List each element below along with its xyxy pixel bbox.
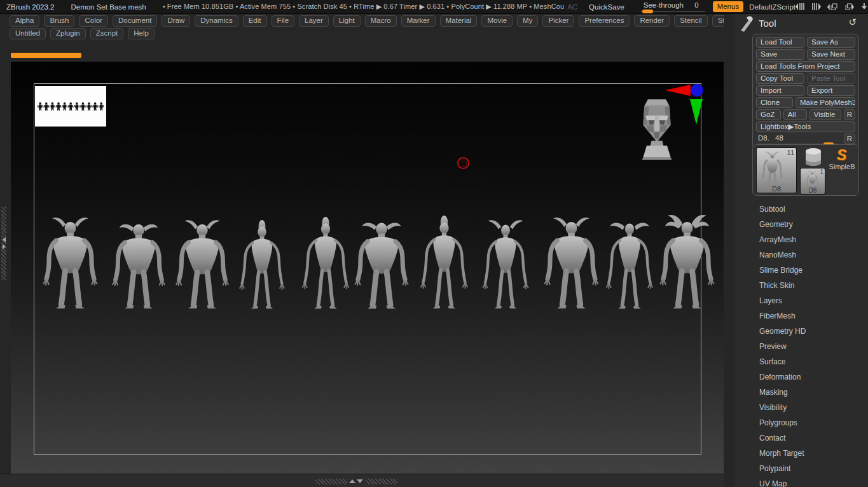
menus-button[interactable]: Menus (713, 1, 744, 12)
palette-section-nanomesh[interactable]: NanoMesh (734, 247, 868, 263)
palette-section-contact[interactable]: Contact (734, 430, 868, 446)
splitter-arrow-right-icon (3, 244, 6, 249)
lightbox-tools-button[interactable]: Lightbox▶Tools (756, 121, 855, 132)
menu-item-layer[interactable]: Layer (299, 15, 329, 27)
document-canvas[interactable] (11, 62, 724, 474)
menu-item-zplugin[interactable]: Zplugin (50, 28, 86, 39)
palette-section-slime-bridge[interactable]: Slime Bridge (734, 263, 868, 278)
demon-figure-7 (410, 215, 478, 313)
menu-item-material[interactable]: Material (440, 15, 478, 27)
sculpt-figures-layer (11, 62, 724, 474)
splitter-arrow-down-icon (357, 479, 363, 483)
tray-collapse-left-icon[interactable] (796, 3, 805, 10)
tray-resize-bar[interactable] (11, 53, 81, 58)
palette-section-surface[interactable]: Surface (734, 354, 868, 369)
export-button[interactable]: Export (807, 85, 855, 96)
palette-dock-right-icon[interactable] (844, 3, 854, 11)
menu-bar-row2: UntitledZpluginZscriptHelp (0, 28, 734, 39)
demon-figure-1 (36, 215, 104, 313)
simplebrush-tool-thumbnail[interactable]: S SimpleB (828, 147, 856, 170)
bottom-splitter-arrows[interactable] (349, 479, 363, 483)
see-through-slider[interactable]: See-through 0 (641, 1, 701, 12)
ac-label: AC (567, 3, 577, 11)
menu-item-my[interactable]: My (517, 15, 538, 27)
copy-tool-button[interactable]: Copy Tool (756, 73, 804, 84)
menu-item-zscript[interactable]: Zscript (90, 28, 124, 39)
load-tools-from-project-button[interactable]: Load Tools From Project (756, 61, 855, 72)
palette-section-layers[interactable]: Layers (734, 293, 868, 308)
menu-item-untitled[interactable]: Untitled (10, 28, 46, 39)
recent-tool-subtool-count: 1 (820, 168, 823, 175)
tool-file-group: Load Tool Save As Save Save Next Load To… (752, 34, 859, 149)
bottom-splitter-grip[interactable] (315, 479, 347, 484)
active-tool-subtool-count: 11 (787, 149, 794, 156)
demon-figure-8 (472, 217, 539, 313)
goz-all-button[interactable]: All (783, 109, 807, 120)
palette-section-visibility[interactable]: Visibility (734, 400, 868, 415)
cylinder-icon (803, 147, 824, 168)
see-through-handle[interactable] (642, 10, 653, 13)
goz-r-button[interactable]: R (844, 109, 855, 120)
splitter-arrow-left-icon (3, 237, 6, 242)
demon-figure-3 (169, 217, 235, 313)
recent-tool-thumbnail[interactable]: 1 D8 (800, 168, 825, 195)
demon-figure-4 (230, 219, 294, 313)
menu-item-draw[interactable]: Draw (162, 15, 190, 27)
paste-tool-button: Paste Tool (807, 73, 855, 84)
clone-button[interactable]: Clone (756, 97, 793, 108)
goz-button[interactable]: GoZ (756, 109, 781, 120)
tool-thumbnails-group: 11 D8 Cylinde S SimpleB 1 D8 (752, 144, 859, 196)
palette-section-masking[interactable]: Masking (734, 385, 868, 400)
palette-section-fibermesh[interactable]: FiberMesh (734, 308, 868, 324)
menu-item-color[interactable]: Color (79, 15, 107, 27)
import-button[interactable]: Import (756, 85, 804, 96)
load-tool-button[interactable]: Load Tool (756, 37, 804, 48)
bottom-tray (0, 474, 734, 487)
active-tool-thumbnail[interactable]: 11 D8 (756, 147, 797, 193)
tray-collapse-right-icon[interactable] (811, 3, 821, 10)
palette-section-thick-skin[interactable]: Thick Skin (734, 278, 868, 293)
menu-item-dynamics[interactable]: Dynamics (195, 15, 238, 27)
menu-item-file[interactable]: File (272, 15, 295, 27)
save-as-button[interactable]: Save As (807, 37, 855, 48)
menu-item-preferences[interactable]: Preferences (579, 15, 630, 27)
default-zscript-button[interactable]: DefaultZScript (749, 3, 796, 11)
palette-section-geometry[interactable]: Geometry (734, 217, 868, 232)
palette-section-arraymesh[interactable]: ArrayMesh (734, 232, 868, 247)
left-tray-splitter[interactable] (1, 207, 6, 280)
save-next-button[interactable]: Save Next (807, 49, 855, 60)
palette-section-polygroups[interactable]: Polygroups (734, 415, 868, 430)
palette-section-geometry-hd[interactable]: Geometry HD (734, 324, 868, 339)
demon-figure-9 (537, 215, 605, 313)
quicksave-button[interactable]: QuickSave (589, 3, 624, 11)
menu-item-document[interactable]: Document (113, 15, 157, 27)
menu-item-alpha[interactable]: Alpha (10, 15, 39, 27)
palette-section-subtool[interactable]: Subtool (734, 202, 868, 217)
menu-item-brush[interactable]: Brush (44, 15, 74, 27)
palette-reset-icon[interactable]: ↺ (848, 17, 857, 28)
menu-item-macro[interactable]: Macro (365, 15, 397, 27)
menu-item-picker[interactable]: Picker (542, 15, 574, 27)
status-stats: • Free Mem 10.851GB • Active Mem 755 • S… (163, 3, 564, 11)
demon-figure-2 (106, 217, 172, 313)
menu-item-stencil[interactable]: Stencil (674, 15, 708, 27)
menu-item-edit[interactable]: Edit (243, 15, 267, 27)
palette-section-preview[interactable]: Preview (734, 339, 868, 354)
palette-section-polypaint[interactable]: Polypaint (734, 461, 868, 476)
palette-dock-left-icon[interactable] (827, 3, 837, 11)
menu-item-movie[interactable]: Movie (481, 15, 513, 27)
make-polymesh3d-button[interactable]: Make PolyMesh3D (796, 97, 855, 108)
menu-item-help[interactable]: Help (128, 28, 155, 39)
menu-item-render[interactable]: Render (634, 15, 670, 27)
goz-visible-button[interactable]: Visible (809, 109, 841, 120)
palette-section-deformation[interactable]: Deformation (734, 369, 868, 385)
bottom-splitter-grip[interactable] (366, 479, 397, 484)
menu-item-marker[interactable]: Marker (401, 15, 436, 27)
tray-divider (724, 14, 734, 487)
palette-section-morph-target[interactable]: Morph Target (734, 446, 868, 461)
minimize-icon[interactable] (860, 3, 868, 10)
menu-item-light[interactable]: Light (333, 15, 361, 27)
palette-section-uv-map[interactable]: UV Map (734, 476, 868, 487)
slider-r-button[interactable]: R (844, 134, 855, 144)
save-button[interactable]: Save (756, 49, 804, 60)
